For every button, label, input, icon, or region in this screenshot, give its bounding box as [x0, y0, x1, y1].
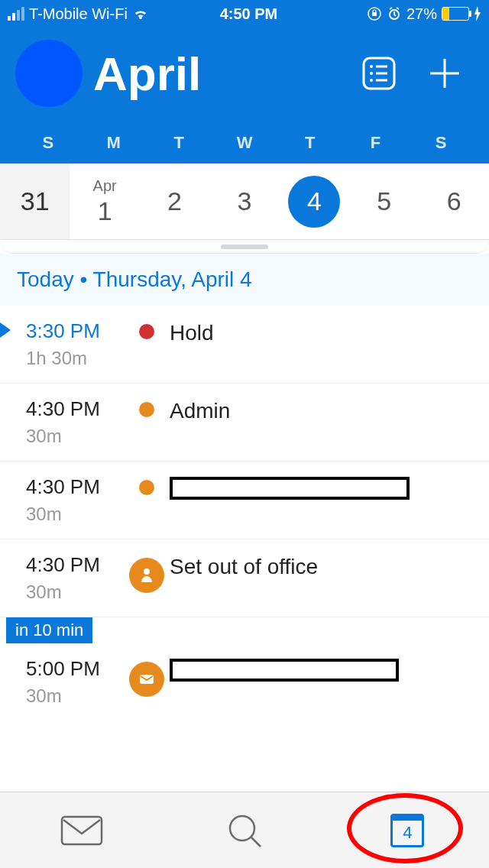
avatar[interactable] [15, 40, 83, 107]
out-of-office-icon [129, 558, 164, 593]
date-cell[interactable]: 5 [349, 164, 419, 239]
weekday-label: F [343, 133, 409, 153]
event-row[interactable]: 4:30 PM 30m Admin [0, 384, 489, 462]
mail-icon [59, 814, 105, 847]
svg-point-6 [370, 72, 373, 75]
clock-label: 4:50 PM [149, 5, 348, 23]
new-event-button[interactable] [423, 52, 466, 95]
svg-point-4 [370, 65, 373, 68]
plus-icon [426, 54, 464, 92]
event-time: 3:30 PM [26, 319, 124, 343]
event-row[interactable]: 4:30 PM 30m Set out of office [0, 539, 489, 617]
event-row[interactable]: 4:30 PM 30m [0, 462, 489, 539]
battery-pct-label: 27% [406, 5, 437, 23]
tab-search[interactable] [163, 792, 325, 868]
calendar-color-dot [139, 402, 154, 417]
weekday-row: S M T W T F S [15, 133, 474, 164]
tab-mail[interactable] [0, 792, 163, 868]
orientation-lock-icon [367, 6, 382, 21]
event-time: 4:30 PM [26, 553, 124, 577]
event-time: 4:30 PM [26, 475, 124, 499]
mail-event-icon [129, 662, 164, 697]
event-title: Hold [170, 319, 214, 345]
svg-rect-14 [62, 817, 102, 844]
signal-icon [8, 7, 24, 21]
event-time: 5:00 PM [26, 657, 124, 681]
dnd-moon-icon [348, 7, 362, 21]
event-row[interactable]: 3:30 PM 1h 30m Hold [0, 306, 489, 384]
date-strip[interactable]: 31 Apr 1 2 3 4 5 6 [0, 164, 489, 240]
svg-point-8 [370, 79, 373, 82]
date-cell-selected[interactable]: 4 [280, 164, 349, 239]
weekday-label: M [81, 133, 147, 153]
alarm-icon [387, 6, 402, 21]
weekday-label: T [277, 133, 343, 153]
tab-calendar[interactable]: 4 [326, 792, 489, 868]
date-cell[interactable]: 2 [140, 164, 209, 239]
search-icon [225, 811, 264, 850]
calendar-color-dot [139, 324, 154, 339]
upcoming-badge: in 10 min [6, 617, 92, 643]
battery-icon [442, 7, 469, 21]
event-time: 4:30 PM [26, 397, 124, 421]
event-duration: 30m [26, 504, 124, 525]
event-row[interactable]: 5:00 PM 30m [0, 643, 489, 721]
svg-point-15 [230, 816, 254, 840]
event-duration: 1h 30m [26, 348, 124, 369]
svg-line-16 [251, 837, 261, 847]
month-title[interactable]: April [93, 47, 347, 101]
svg-rect-1 [372, 12, 377, 16]
tab-bar: 4 [0, 792, 489, 868]
weekday-label: T [146, 133, 212, 153]
weekday-label: S [408, 133, 474, 153]
date-cell[interactable]: Apr 1 [70, 164, 139, 239]
calendar-header: April S M T W T F S [0, 28, 489, 164]
event-duration: 30m [26, 426, 124, 447]
event-duration: 30m [26, 685, 124, 707]
agenda-view-button[interactable] [358, 52, 400, 95]
date-cell[interactable]: 3 [209, 164, 279, 239]
date-cell[interactable]: 6 [419, 164, 489, 239]
charging-icon [474, 6, 481, 21]
calendar-icon: 4 [390, 814, 424, 847]
event-title: Set out of office [170, 553, 318, 579]
event-title: Admin [170, 397, 230, 423]
svg-point-12 [144, 568, 150, 575]
event-duration: 30m [26, 581, 124, 603]
date-cell[interactable]: 31 [0, 164, 70, 239]
today-banner: Today • Thursday, April 4 [0, 254, 489, 306]
weekday-label: S [15, 133, 81, 153]
event-title-redacted [170, 659, 399, 682]
weekday-label: W [212, 133, 277, 153]
status-bar: T-Mobile Wi-Fi 4:50 PM 27% [0, 0, 489, 28]
event-title-redacted [170, 477, 410, 500]
calendar-color-dot [139, 480, 154, 495]
wifi-icon [132, 7, 149, 21]
carrier-label: T-Mobile Wi-Fi [29, 5, 128, 23]
drag-handle[interactable] [0, 240, 489, 254]
event-list[interactable]: 3:30 PM 1h 30m Hold 4:30 PM 30m Admin 4:… [0, 306, 489, 721]
list-icon [360, 54, 398, 92]
